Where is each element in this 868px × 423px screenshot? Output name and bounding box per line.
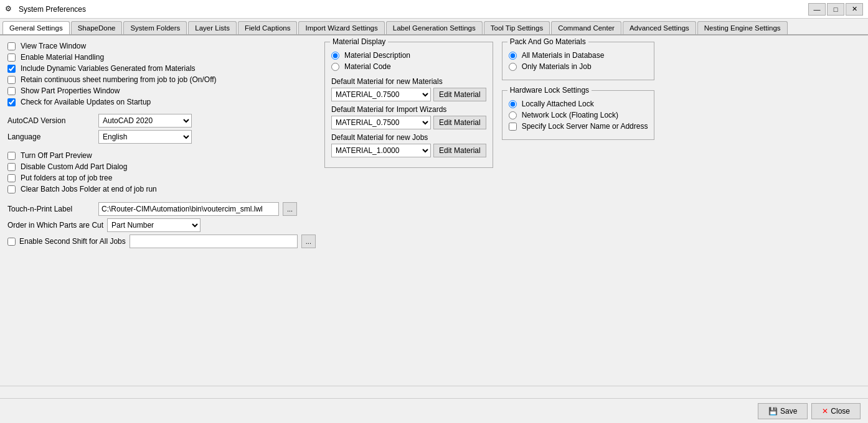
mat-code-label: Material Code bbox=[344, 62, 391, 71]
show-part-row: Show Part Properties Window bbox=[7, 86, 316, 95]
tab-field-captions[interactable]: Field Captions bbox=[238, 21, 298, 34]
tab-bar: General Settings ShapeDone System Folder… bbox=[0, 19, 868, 35]
enable-material-row: Enable Material Handling bbox=[7, 53, 316, 62]
show-part-checkbox[interactable] bbox=[7, 87, 16, 95]
pack-and-go-group: Pack And Go Materials All Materials in D… bbox=[502, 42, 655, 80]
window-controls: — □ ✕ bbox=[808, 3, 863, 16]
mat-code-row: Material Code bbox=[331, 62, 486, 71]
network-lock-label: Network Lock (Floating Lock) bbox=[522, 111, 618, 119]
locally-attached-radio[interactable] bbox=[509, 100, 517, 108]
default-new-select[interactable]: MATERIAL_0.7500 MATERIAL_1.0000 bbox=[331, 88, 431, 101]
network-lock-row: Network Lock (Floating Lock) bbox=[509, 111, 648, 119]
put-folders-label: Put folders at top of job tree bbox=[21, 174, 112, 182]
save-button[interactable]: 💾 Save bbox=[758, 403, 808, 419]
disable-custom-checkbox[interactable] bbox=[7, 163, 16, 171]
mat-desc-radio[interactable] bbox=[331, 52, 339, 60]
edit-new-material-button[interactable]: Edit Material bbox=[433, 88, 486, 101]
second-shift-browse-button[interactable]: ... bbox=[301, 235, 316, 248]
enable-material-checkbox[interactable] bbox=[7, 53, 16, 62]
close-window-button[interactable]: ✕ bbox=[846, 3, 863, 16]
include-dynamic-label: Include Dynamic Variables Generated from… bbox=[21, 64, 196, 73]
maximize-button[interactable]: □ bbox=[827, 3, 844, 16]
tab-shapedone[interactable]: ShapeDone bbox=[71, 21, 123, 34]
all-materials-row: All Materials in Database bbox=[509, 51, 648, 60]
save-icon: 💾 bbox=[768, 407, 778, 416]
only-materials-radio[interactable] bbox=[509, 63, 517, 71]
view-trace-checkbox[interactable] bbox=[7, 42, 16, 50]
tab-general-settings[interactable]: General Settings bbox=[2, 21, 70, 35]
retain-sheet-label: Retain continuous sheet numbering from j… bbox=[21, 75, 217, 84]
hardware-lock-group: Hardware Lock Settings Locally Attached … bbox=[502, 90, 655, 140]
retain-sheet-checkbox[interactable] bbox=[7, 76, 16, 84]
tab-label-gen[interactable]: Label Generation Settings bbox=[386, 21, 483, 34]
only-materials-row: Only Materials in Job bbox=[509, 62, 648, 71]
main-content: View Trace Window Enable Material Handli… bbox=[0, 35, 868, 393]
tab-nesting[interactable]: Nesting Engine Settings bbox=[697, 21, 788, 34]
tab-layer-lists[interactable]: Layer Lists bbox=[188, 21, 237, 34]
put-folders-checkbox[interactable] bbox=[7, 174, 16, 182]
default-import-label: Default Material for Import Wizards bbox=[331, 105, 486, 114]
right-column: Pack And Go Materials All Materials in D… bbox=[502, 42, 655, 386]
include-dynamic-checkbox[interactable] bbox=[7, 65, 16, 73]
edit-jobs-material-button[interactable]: Edit Material bbox=[433, 144, 486, 157]
tab-system-folders[interactable]: System Folders bbox=[123, 21, 187, 34]
language-select[interactable]: English bbox=[98, 130, 192, 144]
put-folders-row: Put folders at top of job tree bbox=[7, 174, 316, 182]
default-jobs-select[interactable]: MATERIAL_0.7500 MATERIAL_1.0000 bbox=[331, 144, 431, 157]
order-parts-select[interactable]: Part Number Layer Color bbox=[107, 218, 200, 232]
default-new-wrap: MATERIAL_0.7500 MATERIAL_1.0000 Edit Mat… bbox=[331, 88, 486, 101]
clear-batch-checkbox[interactable] bbox=[7, 185, 16, 193]
locally-attached-row: Locally Attached Lock bbox=[509, 100, 648, 108]
tab-command-center[interactable]: Command Center bbox=[551, 21, 621, 34]
second-shift-checkbox[interactable] bbox=[7, 238, 16, 246]
show-part-label: Show Part Properties Window bbox=[21, 86, 120, 95]
default-jobs-label: Default Material for new Jobs bbox=[331, 133, 486, 142]
default-import-select[interactable]: MATERIAL_0.7500 MATERIAL_1.0000 bbox=[331, 116, 431, 129]
material-display-group: Material Display Material Description Ma… bbox=[324, 42, 493, 168]
pack-and-go-title: Pack And Go Materials bbox=[507, 37, 588, 46]
view-trace-label: View Trace Window bbox=[21, 42, 86, 50]
left-panel: View Trace Window Enable Material Handli… bbox=[7, 42, 316, 386]
title-bar: ⚙ System Preferences — □ ✕ bbox=[0, 0, 868, 19]
network-lock-radio[interactable] bbox=[509, 111, 517, 119]
clear-batch-row: Clear Batch Jobs Folder at end of job ru… bbox=[7, 185, 316, 193]
specify-lock-row: Specify Lock Server Name or Address bbox=[509, 122, 648, 131]
enable-material-label: Enable Material Handling bbox=[21, 53, 104, 62]
turn-off-part-row: Turn Off Part Preview bbox=[7, 151, 316, 160]
mat-code-radio[interactable] bbox=[331, 63, 339, 71]
minimize-button[interactable]: — bbox=[808, 3, 826, 16]
edit-import-material-button[interactable]: Edit Material bbox=[433, 116, 486, 129]
autocad-version-row: AutoCAD Version AutoCAD 2020 AutoCAD 201… bbox=[7, 114, 316, 128]
specify-lock-checkbox[interactable] bbox=[509, 123, 517, 131]
order-parts-row: Order in Which Parts are Cut Part Number… bbox=[7, 218, 316, 232]
app-icon: ⚙ bbox=[5, 4, 15, 14]
touch-n-print-label: Touch-n-Print Label bbox=[7, 205, 95, 213]
close-button[interactable]: ✕ Close bbox=[811, 403, 861, 419]
check-updates-row: Check for Available Updates on Startup bbox=[7, 98, 316, 106]
tab-advanced[interactable]: Advanced Settings bbox=[623, 21, 696, 34]
specify-lock-label: Specify Lock Server Name or Address bbox=[522, 122, 648, 131]
autocad-select[interactable]: AutoCAD 2020 AutoCAD 2019 AutoCAD 2018 bbox=[98, 114, 192, 128]
touch-browse-button[interactable]: ... bbox=[283, 202, 297, 216]
status-bar bbox=[0, 386, 868, 398]
disable-custom-label: Disable Custom Add Part Dialog bbox=[21, 162, 127, 171]
material-display-title: Material Display bbox=[330, 37, 388, 46]
mat-desc-label: Material Description bbox=[344, 51, 410, 60]
touch-n-print-row: Touch-n-Print Label C:\Router-CIM\Automa… bbox=[7, 202, 316, 216]
second-shift-row: Enable Second Shift for All Jobs ... bbox=[7, 235, 316, 248]
close-icon: ✕ bbox=[822, 407, 828, 416]
second-shift-label: Enable Second Shift for All Jobs bbox=[19, 237, 126, 246]
tab-tool-tip[interactable]: Tool Tip Settings bbox=[484, 21, 550, 34]
retain-sheet-row: Retain continuous sheet numbering from j… bbox=[7, 75, 316, 84]
all-materials-radio[interactable] bbox=[509, 52, 517, 60]
second-shift-input[interactable] bbox=[130, 235, 298, 248]
language-label: Language bbox=[7, 132, 95, 141]
touch-n-print-input[interactable]: C:\Router-CIM\Automation\bin\voutercim_s… bbox=[98, 202, 279, 216]
default-jobs-wrap: MATERIAL_0.7500 MATERIAL_1.0000 Edit Mat… bbox=[331, 144, 486, 157]
language-row: Language English bbox=[7, 130, 316, 144]
turn-off-part-checkbox[interactable] bbox=[7, 152, 16, 160]
tab-import-wizard[interactable]: Import Wizard Settings bbox=[298, 21, 384, 34]
autocad-label: AutoCAD Version bbox=[7, 116, 95, 125]
check-updates-checkbox[interactable] bbox=[7, 98, 16, 106]
locally-attached-label: Locally Attached Lock bbox=[522, 100, 594, 108]
